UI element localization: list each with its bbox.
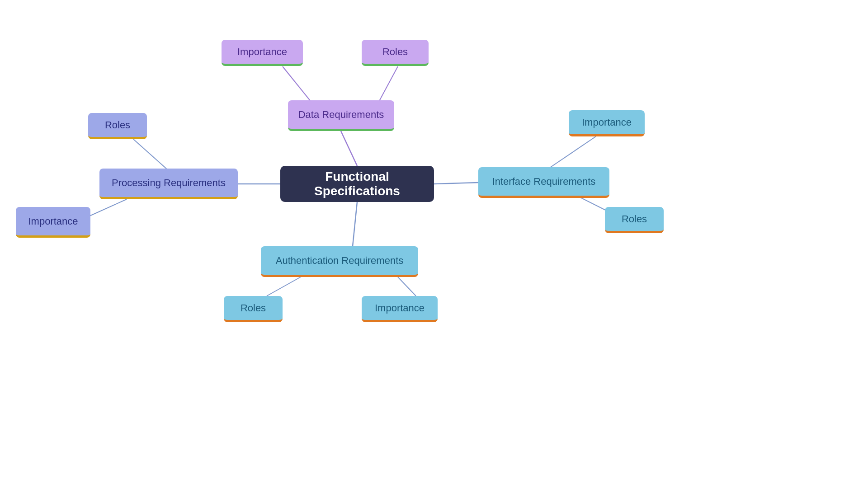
mind-map-canvas: Functional Specifications Data Requireme…	[0, 0, 868, 488]
authentication-importance-label: Importance	[375, 302, 425, 314]
interface-requirements-label: Interface Requirements	[492, 176, 596, 188]
center-node-label: Functional Specifications	[290, 169, 424, 198]
processing-roles-node[interactable]: Roles	[88, 113, 147, 139]
svg-line-0	[341, 131, 357, 166]
svg-line-4	[133, 139, 167, 169]
data-requirements-label: Data Requirements	[298, 109, 384, 121]
interface-importance-label: Importance	[582, 117, 632, 128]
data-requirements-node[interactable]: Data Requirements	[288, 100, 394, 131]
connections-svg	[0, 0, 868, 488]
center-node[interactable]: Functional Specifications	[280, 166, 434, 202]
processing-requirements-label: Processing Requirements	[112, 177, 226, 189]
svg-line-11	[398, 277, 416, 296]
authentication-requirements-label: Authentication Requirements	[276, 255, 404, 267]
authentication-roles-node[interactable]: Roles	[224, 296, 283, 322]
authentication-importance-node[interactable]: Importance	[362, 296, 438, 322]
processing-requirements-node[interactable]: Processing Requirements	[99, 169, 238, 199]
processing-importance-label: Importance	[28, 216, 78, 227]
interface-importance-node[interactable]: Importance	[569, 110, 645, 136]
interface-roles-node[interactable]: Roles	[605, 207, 664, 233]
svg-line-9	[353, 202, 357, 246]
svg-line-10	[267, 277, 301, 296]
data-roles-node[interactable]: Roles	[362, 40, 429, 66]
interface-requirements-node[interactable]: Interface Requirements	[478, 167, 609, 198]
data-importance-label: Importance	[237, 46, 287, 58]
data-importance-node[interactable]: Importance	[222, 40, 303, 66]
processing-roles-label: Roles	[105, 119, 130, 131]
authentication-requirements-node[interactable]: Authentication Requirements	[261, 246, 418, 277]
svg-line-6	[434, 183, 478, 184]
processing-importance-node[interactable]: Importance	[16, 207, 90, 238]
interface-roles-label: Roles	[622, 213, 647, 225]
data-roles-label: Roles	[382, 46, 408, 58]
authentication-roles-label: Roles	[241, 302, 266, 314]
